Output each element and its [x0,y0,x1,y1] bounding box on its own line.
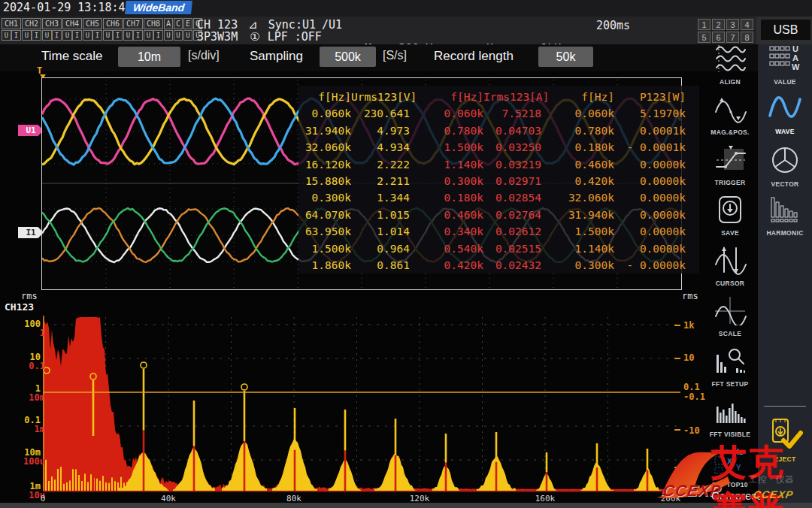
sampling-button[interactable]: 500k [320,47,376,67]
fft-channel-label: CH123 [5,301,34,313]
fft-right-tick: 10 [683,352,694,363]
table-row: 0.180k- 0.0001k [554,139,686,156]
table-row: 31.940k4.973 [298,122,410,139]
sidebar-item-value[interactable]: UAWVALUE [758,44,812,86]
wiring-line2: 3P3W3M①LPF :OFF [197,31,342,43]
table-row: 32.060k0.0000k [554,189,686,206]
sidebar-item-fft-top10[interactable]: HzXYFFT TOP10 [701,446,759,488]
slot-8: 8 [741,32,753,43]
fft-right-tick: -10 [683,425,700,436]
slot-5: 5 [698,32,710,43]
table-row: 1.500k0.03250 [421,139,541,156]
bottom-strip [0,503,812,508]
table-row: 0.460k0.0000k [554,156,686,173]
fft-x-tick: 200k [661,494,681,503]
fft-top10-icon: HzXY [714,446,747,479]
fft-x-tick: 40k [161,494,176,503]
voltage-harmonics-header: f[Hz]Urms123[V] [298,89,410,105]
fft-left-unit: rms [21,291,38,301]
window-time: 200ms [596,19,630,32]
table-row: 1.140k0.0000k [554,240,686,257]
fft-left-secondary-tick: 1 [8,328,45,338]
voltage-harmonics-column: f[Hz]Urms123[V]0.060k230.64131.940k4.973… [298,89,410,274]
channel-indicator-e: EU [183,18,192,41]
sidebar-item-vector[interactable]: VECTOR [758,144,812,188]
fft-right-unit: rms [682,291,698,301]
sidebar-item-eject[interactable]: EJECT [758,418,812,463]
slot-2: 2 [712,19,725,30]
sidebar-item-align[interactable]: ALIGN [701,44,759,86]
record-length-button[interactable]: 50k [538,47,593,67]
table-row: 1.500k0.964 [298,240,410,257]
slot-grid: 12345678 [698,19,753,43]
time-scale-label: Time scale [41,49,103,64]
table-row: 0.780k0.0001k [554,122,686,139]
sampling-label: Sampling [250,49,303,64]
fft-x-tick: 0 [41,494,46,503]
save-icon [714,195,747,228]
trigger-icon [714,144,747,177]
fft-visible-icon [714,396,747,429]
usb-area: USB [756,17,812,44]
svg-text:A: A [792,53,798,62]
channel-indicator-ch4: CH4UI [62,18,82,41]
fft-x-tick: 120k [410,494,430,503]
time-scale-unit: [s/div] [188,49,220,62]
wiring-info: CH 123⊿Sync:U1/U1 3P3W3M①LPF :OFF [197,19,342,43]
time-scale-button[interactable]: 10m [118,47,180,67]
fft-left-secondary-tick: 10m [8,392,45,403]
harmonic-icon [768,195,801,228]
sidebar-item-scale[interactable]: SCALE [701,295,759,337]
sidebar-item-fft-setup[interactable]: FFT SETUP [701,346,759,388]
table-row: 0.180k0.02854 [421,189,541,206]
channel-bar: CH1UICH2UICH3UICH4UICH5UICH6UICH7UICH8UI… [0,17,812,44]
channel-grid: CH1UICH2UICH3UICH4UICH5UICH6UICH7UICH8UI… [2,18,203,41]
sidebar-item-save[interactable]: SAVE [701,195,759,237]
sidebar-item-mag-pos-[interactable]: MAG.&POS. [701,94,759,136]
table-row: 0.420k0.0000k [554,173,686,189]
slot-1: 1 [698,19,710,30]
fft-right-tick: 0.1 [683,382,700,392]
fft-x-tick: 80k [286,494,301,503]
table-row: 0.460k0.02764 [421,207,541,223]
table-row: 15.880k2.211 [298,173,410,189]
fft-right-tick: -1k [683,461,700,472]
channel-indicator-ch3: CH3UI [42,18,62,41]
table-row: 0.060k230.641 [298,105,410,122]
current-channel-marker[interactable]: I1 [18,227,44,238]
channel-indicator-c: CU [174,18,183,41]
table-row: 16.120k2.222 [298,156,410,173]
value-icon: UAW [768,44,801,77]
table-row: 0.300k1.344 [298,189,410,206]
current-harmonics-column: f[Hz]Irms123[A]0.060k7.52180.780k0.04703… [421,89,541,274]
table-row: 0.340k0.02612 [421,223,541,240]
table-row: 0.420k0.02432 [421,257,541,274]
sidebar-item-harmonic[interactable]: HARMONIC [758,195,812,237]
table-row: 0.060k5.1970k [554,105,686,122]
slot-7: 7 [726,32,739,43]
sidebar-divider [764,406,806,407]
table-row: 31.940k0.0000k [554,207,686,223]
sidebar-item-wave[interactable]: WAVE [758,92,812,135]
table-row: 0.780k0.04703 [421,122,541,139]
fft-setup-icon [714,346,747,379]
status-bar: 2024-01-29 13:18:45 WideBand [0,0,812,17]
svg-text:U: U [792,44,798,53]
sidebar-item-fft-visible[interactable]: FFT VISIBLE [701,396,759,438]
voltage-channel-marker[interactable]: U1 [18,125,44,136]
svg-text:Hz: Hz [733,447,744,456]
fft-x-tick: 160k [535,494,556,503]
svg-text:Y: Y [736,464,741,472]
usb-indicator: USB [761,20,810,40]
channel-indicator-ch2: CH2UI [22,18,41,41]
slot-4: 4 [741,19,753,30]
magpos-icon [714,94,747,127]
sidebar-item-cursor[interactable]: CURSOR [701,245,759,287]
align-icon [714,44,747,77]
datetime: 2024-01-29 13:18:45 [3,1,132,14]
vector-icon [768,144,801,179]
channel-indicator-ch8: CH8UI [144,18,163,41]
slot-3: 3 [726,19,739,30]
sidebar-item-trigger[interactable]: TRIGGER [701,144,759,186]
table-row: 32.060k4.934 [298,139,410,156]
